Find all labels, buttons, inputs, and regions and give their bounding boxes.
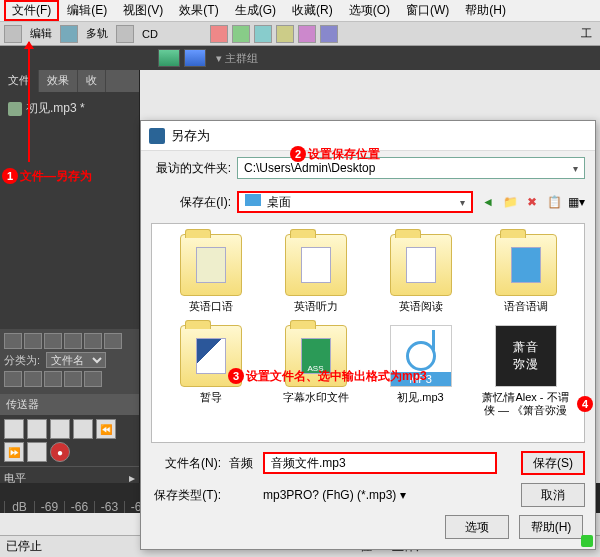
save-in-value: 桌面 — [267, 195, 291, 209]
folder-item[interactable]: 英语听力 — [267, 234, 364, 313]
transport-pause[interactable]: ❚❚ — [50, 419, 70, 439]
tab-favorites[interactable]: 收 — [78, 70, 106, 92]
filename-label: 文件名(N): — [151, 455, 221, 472]
category-select[interactable]: 文件名 — [46, 352, 106, 368]
recent-label: 最访的文件夹: — [151, 160, 231, 177]
menu-edit[interactable]: 编辑(E) — [59, 0, 115, 21]
folder-item[interactable]: 英语口语 — [162, 234, 259, 313]
up-folder-icon[interactable]: 📁 — [501, 193, 519, 211]
filetype-label: 保存类型(T): — [151, 487, 221, 504]
file-list-item[interactable]: 初见.mp3 * — [6, 98, 133, 119]
tab-effects[interactable]: 效果 — [39, 70, 78, 92]
filename-input[interactable] — [263, 452, 497, 474]
file-browser[interactable]: 英语口语 英语听力 英语阅读 语音语调 暂导 ASS 字幕水印文件 — [151, 223, 585, 443]
category-label: 分类为: — [4, 353, 40, 368]
dialog-title: 另存为 — [171, 127, 210, 145]
view-waveform-icon[interactable] — [184, 49, 206, 67]
recent-folder-value: C:\Users\Admin\Desktop — [244, 161, 375, 175]
save-in-combo[interactable]: 桌面 ▾ — [237, 191, 473, 213]
status-state: 已停止 — [6, 538, 42, 555]
workspace-label: 工 — [577, 26, 596, 41]
mode-cd[interactable]: CD — [138, 28, 162, 40]
left-panel: 文件 效果 收 初见.mp3 * 分类为: 文件名 — [0, 70, 140, 490]
tool-btn-c[interactable] — [254, 25, 272, 43]
save-as-dialog: 另存为 最访的文件夹: C:\Users\Admin\Desktop ▾ 保存在… — [140, 120, 596, 550]
tool-cd-icon[interactable] — [116, 25, 134, 43]
dialog-bottom: 文件名(N): 音频 保存(S) 保存类型(T): mp3PRO? (FhG) … — [141, 447, 595, 549]
filetype-combo[interactable]: mp3PRO? (FhG) (*.mp3) ▾ — [263, 488, 497, 502]
ctrl-close-icon[interactable] — [104, 333, 122, 349]
annotation-1: 1文件—另存为 — [2, 168, 92, 185]
tool-btn-b[interactable] — [232, 25, 250, 43]
menu-file[interactable]: 文件(F) — [4, 0, 59, 21]
ctrl-auto-icon[interactable] — [44, 333, 62, 349]
annotation-arrow — [28, 42, 30, 162]
chevron-down-icon: ▾ — [460, 197, 465, 208]
menu-bar: 文件(F) 编辑(E) 视图(V) 效果(T) 生成(G) 收藏(R) 选项(O… — [0, 0, 600, 22]
tool-waveform-icon[interactable] — [4, 25, 22, 43]
tool-btn-e[interactable] — [298, 25, 316, 43]
sort-btn-5[interactable] — [84, 371, 102, 387]
annotation-2: 2设置保存位置 — [290, 146, 380, 163]
save-button[interactable]: 保存(S) — [521, 451, 585, 475]
menu-favorites[interactable]: 收藏(R) — [284, 0, 341, 21]
audio-file-icon — [8, 102, 22, 116]
menu-view[interactable]: 视图(V) — [115, 0, 171, 21]
transport-rewind[interactable]: ⏪ — [96, 419, 116, 439]
transport-record[interactable]: ● — [50, 442, 70, 462]
annotation-4: 4 — [577, 396, 595, 412]
menu-effects[interactable]: 效果(T) — [171, 0, 226, 21]
view-menu-icon[interactable]: ▦▾ — [567, 193, 585, 211]
save-in-row: 保存在(I): 桌面 ▾ ◄ 📁 ✖ 📋 ▦▾ — [141, 185, 595, 219]
file-name: 初见.mp3 * — [26, 100, 85, 117]
chevron-down-icon: ▾ — [400, 488, 406, 502]
filetype-value: mp3PRO? (FhG) (*.mp3) — [263, 488, 396, 502]
ctrl-loop-icon[interactable] — [24, 333, 42, 349]
transport-forward[interactable]: ⏩ — [4, 442, 24, 462]
menu-window[interactable]: 窗口(W) — [398, 0, 457, 21]
new-folder-icon[interactable]: 📋 — [545, 193, 563, 211]
help-button[interactable]: 帮助(H) — [519, 515, 583, 539]
transport-play[interactable]: ▶ — [27, 419, 47, 439]
transport-stop[interactable]: ■ — [4, 419, 24, 439]
chevron-down-icon: ▾ — [573, 163, 578, 174]
desktop-icon — [245, 194, 261, 206]
tab-files[interactable]: 文件 — [0, 70, 39, 92]
sort-btn-1[interactable] — [4, 371, 22, 387]
folder-item[interactable]: 语音语调 — [477, 234, 574, 313]
menu-generate[interactable]: 生成(G) — [227, 0, 284, 21]
sender-header: 传送器 — [0, 394, 139, 415]
tool-btn-d[interactable] — [276, 25, 294, 43]
menu-options[interactable]: 选项(O) — [341, 0, 398, 21]
sort-btn-2[interactable] — [24, 371, 42, 387]
tool-btn-f[interactable] — [320, 25, 338, 43]
secondary-toolbar: ▾ 主群组 — [0, 46, 600, 70]
sort-btn-4[interactable] — [64, 371, 82, 387]
main-toolbar: 编辑 多轨 CD 工 — [0, 22, 600, 46]
app-icon — [149, 128, 165, 144]
ctrl-play-icon[interactable] — [4, 333, 22, 349]
sort-btn-3[interactable] — [44, 371, 62, 387]
file-list[interactable]: 初见.mp3 * — [0, 92, 139, 329]
folder-item[interactable]: 英语阅读 — [372, 234, 469, 313]
ctrl-insert-icon[interactable] — [84, 333, 102, 349]
mode-multitrack[interactable]: 多轨 — [82, 26, 112, 41]
tool-multitrack-icon[interactable] — [60, 25, 78, 43]
tool-btn-a[interactable] — [210, 25, 228, 43]
menu-help[interactable]: 帮助(H) — [457, 0, 514, 21]
ctrl-edit-icon[interactable] — [64, 333, 82, 349]
left-controls: 分类为: 文件名 — [0, 329, 139, 394]
transport-panel: ■ ▶ ❚❚ ⏮ ⏪ ⏩ ⏭ ● — [0, 415, 139, 466]
annotation-3: 3设置文件名、选中输出格式为mp3 — [228, 368, 427, 385]
back-icon[interactable]: ◄ — [479, 193, 497, 211]
cancel-button[interactable]: 取消 — [521, 483, 585, 507]
view-spectral-icon[interactable] — [158, 49, 180, 67]
delete-icon[interactable]: ✖ — [523, 193, 541, 211]
left-panel-tabs: 文件 效果 收 — [0, 70, 139, 92]
transport-next[interactable]: ⏭ — [27, 442, 47, 462]
options-button[interactable]: 选项 — [445, 515, 509, 539]
mp3-file-item[interactable]: 萧音 弥漫 萧忆情Alex - 不谓侠 — 《箫音弥漫 — [477, 325, 574, 417]
save-in-label: 保存在(I): — [151, 194, 231, 211]
transport-prev[interactable]: ⏮ — [73, 419, 93, 439]
filename-prefix: 音频 — [229, 455, 255, 472]
